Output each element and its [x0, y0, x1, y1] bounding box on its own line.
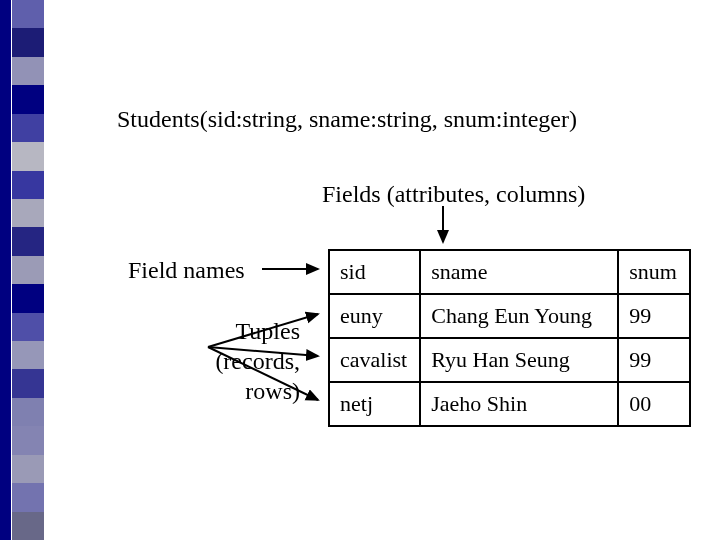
- stripe-segment: [12, 171, 44, 199]
- stripe-segment: [12, 512, 44, 540]
- stripe-segment: [12, 85, 44, 113]
- cell-sname: Ryu Han Seung: [420, 338, 618, 382]
- header-snum: snum: [618, 250, 690, 294]
- schema-definition-text: Students(sid:string, sname:string, snum:…: [117, 106, 577, 133]
- svg-line-2: [208, 314, 318, 347]
- stripe-segment: [12, 455, 44, 483]
- slide: Students(sid:string, sname:string, snum:…: [0, 0, 720, 540]
- cell-sname: Jaeho Shin: [420, 382, 618, 426]
- stripe-segment: [12, 369, 44, 397]
- stripe-segment: [12, 199, 44, 227]
- stripe-segment: [12, 0, 44, 28]
- left-stripe-pattern: [12, 0, 44, 540]
- cell-snum: 00: [618, 382, 690, 426]
- stripe-segment: [12, 313, 44, 341]
- field-names-label: Field names: [128, 257, 245, 284]
- cell-sid: netj: [329, 382, 420, 426]
- stripe-segment: [12, 28, 44, 56]
- table-header-row: sid sname snum: [329, 250, 690, 294]
- arrow-tuples-to-rows: [208, 300, 338, 430]
- table-row: netj Jaeho Shin 00: [329, 382, 690, 426]
- stripe-segment: [12, 284, 44, 312]
- table-row: euny Chang Eun Young 99: [329, 294, 690, 338]
- arrow-fieldnames-to-header: [262, 259, 332, 279]
- stripe-segment: [12, 426, 44, 454]
- header-sid: sid: [329, 250, 420, 294]
- stripe-segment: [12, 341, 44, 369]
- stripe-segment: [12, 483, 44, 511]
- table-row: cavalist Ryu Han Seung 99: [329, 338, 690, 382]
- stripe-segment: [12, 57, 44, 85]
- stripe-segment: [12, 256, 44, 284]
- cell-snum: 99: [618, 338, 690, 382]
- left-stripe-narrow: [0, 0, 11, 540]
- relation-table: sid sname snum euny Chang Eun Young 99 c…: [328, 249, 691, 427]
- stripe-segment: [12, 398, 44, 426]
- header-sname: sname: [420, 250, 618, 294]
- cell-sid: cavalist: [329, 338, 420, 382]
- stripe-segment: [12, 114, 44, 142]
- cell-sid: euny: [329, 294, 420, 338]
- cell-snum: 99: [618, 294, 690, 338]
- stripe-segment: [12, 227, 44, 255]
- stripe-segment: [12, 142, 44, 170]
- cell-sname: Chang Eun Young: [420, 294, 618, 338]
- fields-label: Fields (attributes, columns): [322, 181, 585, 208]
